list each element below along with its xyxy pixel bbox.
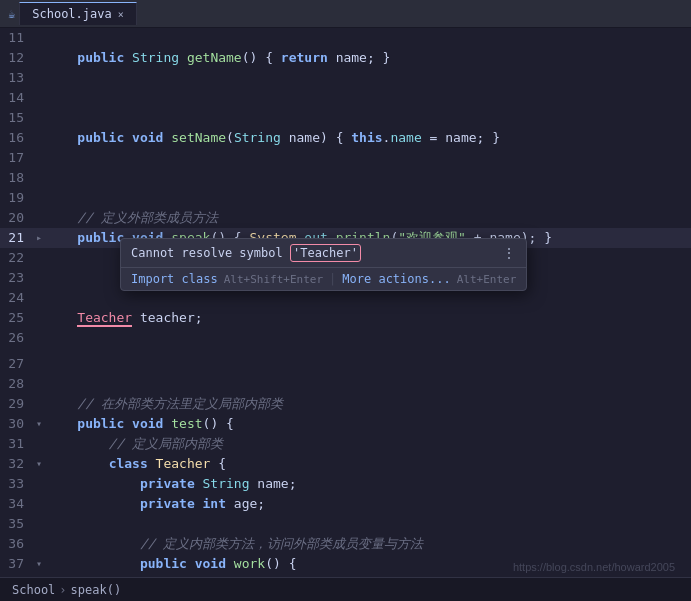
line-number-12: 12 (0, 48, 32, 68)
table-row: 24 (0, 288, 691, 308)
fold-12 (32, 48, 46, 68)
table-row: 38 // 访问外部成员方法 (0, 574, 691, 577)
java-icon: ☕ (8, 7, 15, 21)
table-row: 19 (0, 188, 691, 208)
table-row: 36 // 定义内部类方法，访问外部类成员变量与方法 (0, 534, 691, 554)
table-row: 32 ▾ class Teacher { (0, 454, 691, 474)
breadcrumb-separator: › (59, 583, 66, 597)
import-class-action[interactable]: Import class (131, 272, 218, 286)
table-row: 14 (0, 88, 691, 108)
table-row: 34 private int age; (0, 494, 691, 514)
table-row: 15 (0, 108, 691, 128)
table-row: 29 // 在外部类方法里定义局部内部类 (0, 394, 691, 414)
code-area: 11 12 public String getName() { return n… (0, 28, 691, 577)
error-popup-header: Cannot resolve symbol 'Teacher' ⋮ (121, 239, 526, 268)
table-row: 16 public void setName(String name) { th… (0, 128, 691, 148)
table-row: 11 (0, 28, 691, 48)
breadcrumb-method[interactable]: speak() (71, 583, 122, 597)
error-symbol: 'Teacher' (290, 244, 361, 262)
title-bar: ☕ School.java × (0, 0, 691, 28)
table-row: 17 (0, 148, 691, 168)
table-row: 33 private String name; (0, 474, 691, 494)
error-menu-button[interactable]: ⋮ (502, 245, 516, 261)
code-lines: 11 12 public String getName() { return n… (0, 28, 691, 577)
more-actions-hint: Alt+Enter (457, 273, 517, 286)
error-message: Cannot resolve symbol 'Teacher' (131, 246, 361, 260)
table-row: 35 (0, 514, 691, 534)
more-actions-action[interactable]: More actions... (342, 272, 450, 286)
table-row: 31 // 定义局部内部类 (0, 434, 691, 454)
action-separator: | (329, 272, 336, 286)
table-row: 18 (0, 168, 691, 188)
table-row: 20 // 定义外部类成员方法 (0, 208, 691, 228)
watermark: https://blog.csdn.net/howard2005 (513, 561, 675, 573)
editor: 11 12 public String getName() { return n… (0, 28, 691, 577)
table-row: 27 (0, 354, 691, 374)
table-row: 28 (0, 374, 691, 394)
table-row: 30 ▾ public void test() { (0, 414, 691, 434)
breadcrumb-school[interactable]: School (12, 583, 55, 597)
code-11 (46, 28, 691, 48)
table-row: 25 Teacher teacher; (0, 308, 691, 328)
file-tab[interactable]: School.java × (19, 2, 137, 25)
tab-close-icon[interactable]: × (118, 9, 124, 20)
line-number-11: 11 (0, 28, 32, 48)
import-class-hint: Alt+Shift+Enter (224, 273, 323, 286)
error-popup-actions: Import class Alt+Shift+Enter | More acti… (121, 268, 526, 290)
fold-11 (32, 28, 46, 48)
status-bar: School › speak() (0, 577, 691, 601)
tab-filename: School.java (32, 7, 111, 21)
code-12: public String getName() { return name; } (46, 48, 691, 68)
table-row: 13 (0, 68, 691, 88)
table-row: 12 public String getName() { return name… (0, 48, 691, 68)
error-popup: Cannot resolve symbol 'Teacher' ⋮ Import… (120, 238, 527, 291)
table-row: 26 (0, 328, 691, 354)
